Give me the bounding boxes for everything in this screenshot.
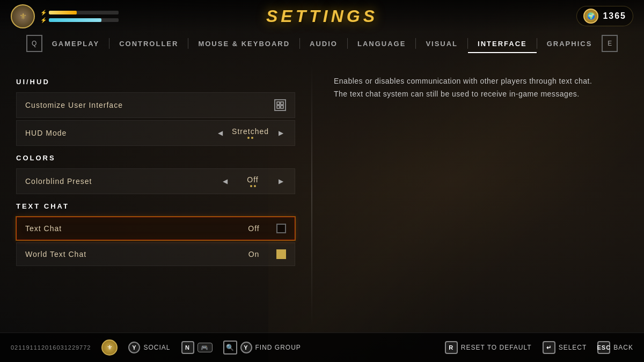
hint-chat: N 🎮 [181,341,213,354]
tab-visual[interactable]: VISUAL [416,35,467,52]
xp-bars: ⚡ ⚡ [40,10,119,23]
setting-row-hud-mode[interactable]: HUD Mode ◀ Stretched ▶ [16,120,295,146]
colorblind-right-arrow[interactable]: ▶ [275,176,286,187]
setting-row-text-chat[interactable]: Text Chat Off [16,217,295,240]
right-panel: Enables or disables communication with o… [312,59,644,333]
text-chat-value: Off [238,224,270,233]
nav-left-bracket[interactable]: Q [26,35,42,52]
left-panel: UI/HUD Customize User Interface HUD Mode [0,59,311,333]
colorblind-label: Colorblind Preset [25,177,92,186]
player-info: ⚡ ⚡ [11,4,119,28]
tab-language[interactable]: LANGUAGE [348,35,415,52]
xp-bar-row-2: ⚡ [40,17,119,23]
page-title: SETTINGS [266,6,378,26]
section-header-ui-hud: UI/HUD [16,78,295,88]
timestamp: 021191112016031229772 [11,344,91,351]
colorblind-dot-2 [254,185,256,187]
svg-rect-0 [277,102,280,105]
customize-icon [274,99,286,111]
section-header-text-chat: TEXT CHAT [16,202,295,212]
select-label: SELECT [559,344,587,351]
tab-graphics[interactable]: GRAPHICS [537,35,602,52]
chat-key: N [181,341,194,354]
hint-social: Y SOCIAL [128,342,170,353]
text-chat-checkbox[interactable] [276,224,286,233]
social-label: SOCIAL [143,344,170,351]
description-text: Enables or disables communication with o… [334,75,602,101]
colorblind-dots [250,185,256,187]
hint-reset[interactable]: R RESET TO DEFAULT [445,341,532,354]
back-key: Esc [597,341,610,354]
xp-bar-1 [49,11,119,14]
tab-gameplay[interactable]: GAMEPLAY [42,35,109,52]
world-text-chat-value: On [238,250,270,258]
setting-row-world-text-chat[interactable]: World Text Chat On [16,242,295,266]
section-header-colors: COLORS [16,154,295,164]
world-text-chat-controls: On [238,249,286,259]
hud-mode-left-arrow[interactable]: ◀ [215,128,225,138]
tab-interface[interactable]: INTERFACE [468,35,537,52]
colorblind-left-arrow[interactable]: ◀ [219,176,230,187]
hud-mode-label: HUD Mode [25,129,67,137]
nav-tabs: Q GAMEPLAY CONTROLLER MOUSE & KEYBOARD A… [0,35,644,52]
top-bar: ⚡ ⚡ SETTINGS 🌍 1365 [0,0,644,32]
find-group-label: FIND GROUP [255,344,301,351]
bottom-bar: 021191112016031229772 ⚜ Y SOCIAL N 🎮 🔍 Y… [0,333,644,362]
currency-display: 🌍 1365 [576,6,633,26]
dot-1 [247,137,250,139]
svg-rect-1 [281,102,283,105]
setting-row-customize-ui[interactable]: Customize User Interface [16,92,295,118]
back-label: BACK [613,344,633,351]
avatar [11,4,35,28]
bottom-right: R RESET TO DEFAULT ↵ SELECT Esc BACK [445,341,633,354]
reset-label: RESET TO DEFAULT [461,344,532,351]
currency-amount: 1365 [603,11,626,21]
find-group-icon: 🔍 [223,341,237,354]
customize-ui-label: Customize User Interface [25,101,123,109]
colorblind-controls: ◀ Off ▶ [219,175,286,187]
tab-mouse-keyboard[interactable]: MOUSE & KEYBOARD [188,35,299,52]
world-text-chat-checkbox[interactable] [276,249,286,259]
xp-bar-row-1: ⚡ [40,10,119,16]
nav-right-bracket[interactable]: E [602,35,618,52]
colorblind-value: Off [237,175,269,184]
find-group-key: Y [240,342,252,353]
hud-mode-right-arrow[interactable]: ▶ [275,128,286,138]
hud-mode-value-area: Stretched [232,127,269,139]
xp-fill-2 [49,18,101,22]
dot-2 [251,137,253,139]
currency-icon: 🌍 [583,9,598,24]
bottom-left: 021191112016031229772 ⚜ Y SOCIAL N 🎮 🔍 Y… [11,339,301,356]
hud-mode-controls: ◀ Stretched ▶ [215,127,286,139]
hint-find-group: 🔍 Y FIND GROUP [223,341,301,354]
hud-mode-value: Stretched [232,127,269,136]
tab-audio[interactable]: AUDIO [300,35,347,52]
xp-fill-1 [49,11,77,14]
chat-controller-icon: 🎮 [197,343,213,352]
xp-bar-2 [49,18,119,22]
svg-rect-3 [281,106,283,108]
setting-row-colorblind[interactable]: Colorblind Preset ◀ Off ▶ [16,168,295,194]
text-chat-label: Text Chat [25,224,62,233]
tab-controller[interactable]: CONTROLLER [109,35,188,52]
text-chat-controls: Off [238,224,286,233]
svg-rect-2 [277,106,280,108]
customize-ui-button[interactable] [274,99,286,111]
xp-icon-1: ⚡ [40,10,47,16]
hud-mode-dots [247,137,253,139]
hint-back[interactable]: Esc BACK [597,341,633,354]
social-key: Y [128,342,140,353]
select-key: ↵ [543,341,555,354]
colorblind-value-area: Off [237,175,269,187]
xp-icon-2: ⚡ [40,17,47,23]
main-content: UI/HUD Customize User Interface HUD Mode [0,59,644,333]
hint-select[interactable]: ↵ SELECT [543,341,587,354]
world-text-chat-label: World Text Chat [25,250,86,258]
reset-key: R [445,341,458,354]
player-avatar-small: ⚜ [101,339,118,356]
colorblind-dot-1 [250,185,252,187]
